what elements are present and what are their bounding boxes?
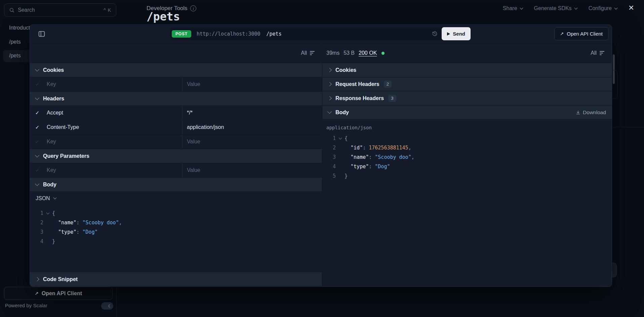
- response-body-title: Body: [335, 109, 349, 116]
- section-body[interactable]: Body: [30, 178, 322, 192]
- sidebar-divider: [116, 287, 117, 317]
- code-line: 3 "type": "Dog": [33, 227, 322, 237]
- header-row-accept: ✓: [30, 106, 322, 120]
- open-api-client-button[interactable]: ↗ Open API Client: [554, 27, 608, 40]
- moon-icon: ☾: [108, 304, 112, 308]
- download-button[interactable]: Download: [576, 109, 606, 116]
- row-checkbox[interactable]: ✓: [30, 106, 45, 120]
- section-response-headers[interactable]: Response Headers 3: [322, 91, 612, 105]
- section-response-cookies[interactable]: Cookies: [322, 63, 612, 77]
- section-query-parameters[interactable]: Query Parameters: [30, 149, 322, 163]
- fold-chevron-icon[interactable]: [338, 136, 342, 139]
- powered-by-label: Powered by Scalar: [5, 303, 47, 308]
- info-icon: i: [190, 5, 196, 11]
- section-headers[interactable]: Headers: [30, 92, 322, 106]
- query-value-input[interactable]: [187, 167, 322, 173]
- history-icon[interactable]: [432, 31, 438, 37]
- chevron-down-icon: [53, 196, 56, 199]
- header-row-empty: ✓: [30, 135, 322, 149]
- address-bar[interactable]: POST http://localhost:3000 /pets Send: [170, 27, 471, 40]
- request-filter-button[interactable]: All: [301, 50, 315, 56]
- section-response-body[interactable]: Body Download: [322, 105, 612, 120]
- response-body-viewer[interactable]: 1{2 "id": 1762563881145,3 "name": "Scoob…: [322, 132, 612, 286]
- row-checkbox[interactable]: ✓: [30, 163, 45, 177]
- code-line: 4 "type": "Dog": [326, 162, 612, 171]
- header-key-input[interactable]: [47, 110, 182, 116]
- sidebar-item-pets-post[interactable]: /pets: [9, 53, 21, 59]
- response-body-content: application/json 1{2 "id": 1762563881145…: [322, 120, 612, 286]
- client-header: POST http://localhost:3000 /pets Send ↗ …: [30, 25, 612, 43]
- background-divider: [612, 127, 644, 127]
- count-badge: 3: [388, 95, 396, 102]
- download-label: Download: [583, 109, 606, 116]
- client-body: All Cookies ✓ Headers: [30, 43, 612, 286]
- row-checkbox[interactable]: ✓: [30, 120, 45, 134]
- code-line: 3 "name": "Scooby doo",: [326, 152, 612, 162]
- send-button[interactable]: Send: [442, 27, 471, 40]
- chevron-down-icon: [35, 96, 39, 100]
- search-box[interactable]: Search ^ K: [4, 3, 116, 17]
- chevron-down-icon: [327, 109, 332, 114]
- fold-chevron-icon[interactable]: [46, 211, 49, 214]
- sidebar-item-pets[interactable]: /pets: [9, 39, 21, 45]
- header-value-input[interactable]: [187, 139, 322, 145]
- filter-label: All: [591, 50, 597, 56]
- configure-menu[interactable]: Configure: [589, 5, 617, 11]
- generate-sdks-menu[interactable]: Generate SDKs: [534, 5, 577, 11]
- filter-icon: [600, 51, 604, 55]
- request-toolbar: All: [30, 43, 322, 63]
- cookie-key-input[interactable]: [47, 81, 182, 87]
- header-key-input[interactable]: [47, 124, 182, 130]
- query-row: ✓: [30, 163, 322, 178]
- section-cookies[interactable]: Cookies: [30, 63, 322, 77]
- sidebar-toggle-button[interactable]: [38, 30, 45, 38]
- response-toolbar: 39ms 53 B 200 OK All: [322, 43, 612, 63]
- response-content-type: application/json: [322, 120, 612, 132]
- cookie-value-input[interactable]: [187, 81, 322, 87]
- request-headers-title: Request Headers: [335, 81, 379, 87]
- section-request-headers[interactable]: Request Headers 2: [322, 77, 612, 91]
- search-shortcut: ^ K: [104, 7, 111, 13]
- dark-mode-toggle[interactable]: ☾: [101, 302, 113, 310]
- section-code-snippet[interactable]: Code Snippet: [30, 272, 322, 286]
- row-checkbox[interactable]: ✓: [30, 135, 45, 149]
- play-icon: [447, 32, 450, 36]
- response-size: 53 B: [344, 50, 355, 56]
- body-format-select[interactable]: JSON: [30, 192, 322, 205]
- method-badge[interactable]: POST: [172, 30, 191, 38]
- url-path-input[interactable]: /pets: [267, 31, 282, 37]
- filter-icon: [310, 51, 315, 55]
- external-link-icon: ↗: [35, 291, 39, 296]
- sidebar-open-api-client-button[interactable]: ↗ Open API Client: [4, 287, 113, 300]
- header-value-input[interactable]: [187, 110, 322, 116]
- open-api-client-label: Open API Client: [567, 31, 603, 37]
- generate-sdks-label: Generate SDKs: [534, 5, 572, 11]
- response-status-code[interactable]: 200 OK: [359, 50, 377, 56]
- code-snippet-title: Code Snippet: [43, 276, 78, 282]
- open-api-client-label: Open API Client: [42, 290, 82, 297]
- row-checkbox[interactable]: ✓: [30, 77, 45, 91]
- filter-label: All: [301, 50, 307, 56]
- header-row-content-type: ✓: [30, 120, 322, 135]
- response-filter-button[interactable]: All: [591, 50, 604, 56]
- header-value-input[interactable]: [187, 124, 322, 130]
- download-icon: [576, 110, 580, 115]
- query-key-input[interactable]: [47, 167, 182, 173]
- share-menu[interactable]: Share: [503, 5, 523, 11]
- chevron-down-icon: [35, 67, 39, 72]
- top-navigation: Share Generate SDKs Configure: [503, 0, 617, 17]
- request-body-editor[interactable]: 1{2 "name": "Scooby doo",3 "type": "Dog"…: [30, 205, 322, 272]
- headers-title: Headers: [43, 96, 64, 102]
- chevron-right-icon: [35, 277, 39, 281]
- code-line: 2 "id": 1762563881145,: [326, 143, 612, 152]
- code-line: 2 "name": "Scooby doo",: [33, 218, 322, 227]
- chevron-down-icon: [614, 6, 618, 9]
- response-duration: 39ms: [326, 50, 339, 56]
- chevron-down-icon: [35, 153, 39, 157]
- code-line: 1{: [33, 209, 322, 218]
- header-key-input[interactable]: [47, 139, 182, 145]
- chevron-down-icon: [35, 182, 39, 186]
- close-icon[interactable]: ×: [629, 3, 634, 12]
- search-icon: [9, 7, 14, 13]
- chevron-right-icon: [327, 68, 332, 72]
